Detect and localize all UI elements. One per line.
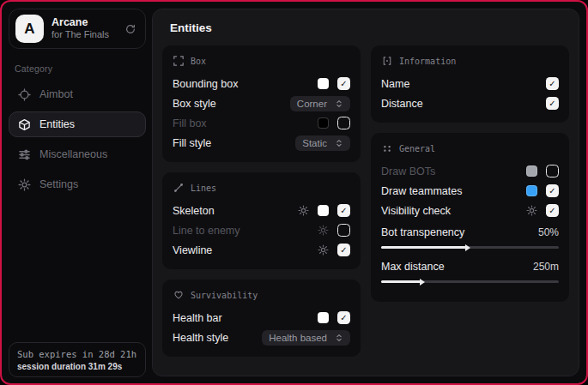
- refresh-icon[interactable]: [124, 23, 136, 35]
- setting-row-health-style: Health style Health based: [173, 328, 350, 347]
- color-swatch[interactable]: [526, 165, 537, 177]
- setting-label: Viewline: [173, 244, 212, 256]
- checkbox[interactable]: [337, 311, 350, 324]
- checkbox[interactable]: [546, 165, 559, 177]
- sidebar-item-label: Entities: [39, 118, 75, 130]
- setting-row-draw-teammates: Draw teammates: [381, 181, 559, 201]
- setting-row-draw-bots: Draw BOTs: [381, 161, 559, 181]
- sidebar: A Arcane for The Finals Category Aimbot: [2, 2, 152, 383]
- checkbox[interactable]: [337, 117, 350, 129]
- setting-row-fill-box: Fill box: [173, 113, 350, 133]
- right-column: Information Name Distance: [371, 45, 569, 302]
- sidebar-item-miscellaneous[interactable]: Miscellaneous: [9, 141, 146, 167]
- subscription-card: Sub expires in 28d 21h session duration …: [9, 342, 146, 377]
- checkbox[interactable]: [546, 97, 559, 110]
- setting-label: Name: [381, 78, 409, 90]
- app-window: A Arcane for The Finals Category Aimbot: [0, 0, 588, 385]
- card-information-header: Information: [382, 56, 559, 66]
- gear-icon[interactable]: [298, 205, 309, 216]
- sliders-icon: [18, 148, 31, 161]
- color-swatch[interactable]: [526, 185, 537, 196]
- setting-row-viewline: Viewline: [173, 240, 350, 260]
- setting-label: Visibility check: [381, 205, 451, 217]
- box-style-dropdown[interactable]: Corner: [290, 96, 350, 111]
- page-title: Entities: [170, 21, 569, 34]
- row-controls: [318, 224, 350, 237]
- color-swatch[interactable]: [318, 78, 329, 89]
- setting-label: Draw teammates: [381, 185, 462, 197]
- row-controls: [526, 184, 559, 197]
- card-lines-header: Lines: [173, 183, 350, 193]
- slider-value: 250m: [533, 261, 559, 273]
- setting-row-fill-style: Fill style Static: [173, 133, 350, 153]
- setting-label: Health bar: [173, 312, 222, 324]
- color-swatch[interactable]: [318, 312, 329, 323]
- color-swatch[interactable]: [318, 117, 329, 129]
- row-controls: [318, 311, 350, 324]
- unfold-icon: [335, 99, 343, 108]
- card-general: General Draw BOTs Draw teammates: [371, 133, 569, 302]
- setting-row-visibility-check: Visibility check: [381, 201, 559, 220]
- setting-label: Fill style: [173, 137, 211, 149]
- gear-icon[interactable]: [318, 244, 329, 256]
- sidebar-nav: Aimbot Entities Miscellaneous: [9, 81, 146, 197]
- information-icon: [382, 56, 392, 66]
- setting-label: Distance: [381, 98, 423, 110]
- checkbox[interactable]: [546, 77, 559, 90]
- color-swatch[interactable]: [318, 205, 329, 216]
- setting-label: Line to enemy: [173, 225, 240, 237]
- checkbox[interactable]: [546, 204, 559, 217]
- checkbox[interactable]: [337, 77, 350, 90]
- row-controls: [318, 244, 350, 256]
- slider-head: Max distance 250m: [381, 258, 559, 275]
- slider-value: 50%: [538, 226, 559, 238]
- setting-row-name: Name: [381, 74, 559, 93]
- slider-track[interactable]: [381, 280, 559, 283]
- card-survivability: Survivability Health bar Health style He…: [162, 280, 361, 357]
- setting-label: Health style: [173, 332, 228, 344]
- setting-label: Bounding box: [173, 78, 238, 90]
- slider-thumb[interactable]: [465, 244, 470, 251]
- grid-dots-icon: [382, 143, 392, 153]
- crosshair-icon: [18, 88, 31, 101]
- sidebar-item-label: Aimbot: [39, 88, 73, 100]
- setting-label: Draw BOTs: [381, 165, 435, 177]
- checkbox[interactable]: [337, 244, 350, 256]
- slider-max-distance: Max distance 250m: [381, 258, 559, 283]
- slider-thumb[interactable]: [420, 279, 425, 286]
- sidebar-item-label: Settings: [39, 178, 78, 190]
- checkbox[interactable]: [337, 224, 350, 237]
- setting-row-health-bar: Health bar: [173, 308, 350, 328]
- card-columns: Box Bounding box Box style Corner: [162, 45, 569, 357]
- heart-icon: [173, 290, 184, 300]
- setting-row-skeleton: Skeleton: [173, 201, 350, 220]
- slider-track[interactable]: [381, 246, 559, 249]
- row-controls: [526, 165, 559, 177]
- card-title: Survivability: [191, 291, 258, 300]
- gear-icon[interactable]: [318, 225, 329, 236]
- health-style-dropdown[interactable]: Health based: [262, 330, 350, 346]
- gear-icon[interactable]: [526, 205, 537, 216]
- card-box: Box Bounding box Box style Corner: [162, 45, 361, 162]
- setting-label: Fill box: [173, 117, 207, 129]
- fill-style-dropdown[interactable]: Static: [295, 135, 350, 151]
- brand-name: Arcane: [52, 16, 109, 30]
- app-logo: A: [15, 15, 44, 43]
- setting-row-line-to-enemy: Line to enemy: [173, 220, 350, 240]
- checkbox[interactable]: [546, 184, 559, 197]
- category-label: Category: [15, 63, 146, 74]
- unfold-icon: [335, 334, 343, 342]
- setting-row-bounding-box: Bounding box: [173, 74, 350, 93]
- sidebar-item-entities[interactable]: Entities: [9, 111, 146, 137]
- row-controls: [546, 97, 559, 110]
- setting-row-box-style: Box style Corner: [173, 93, 350, 113]
- setting-label: Box style: [173, 98, 216, 110]
- left-column: Box Bounding box Box style Corner: [162, 45, 361, 357]
- setting-row-distance: Distance: [381, 93, 559, 113]
- sidebar-item-settings[interactable]: Settings: [9, 171, 146, 197]
- slider-fill: [381, 246, 466, 249]
- checkbox[interactable]: [337, 204, 350, 217]
- row-controls: [318, 117, 350, 129]
- sidebar-item-aimbot[interactable]: Aimbot: [9, 81, 146, 107]
- dropdown-value: Health based: [269, 333, 327, 343]
